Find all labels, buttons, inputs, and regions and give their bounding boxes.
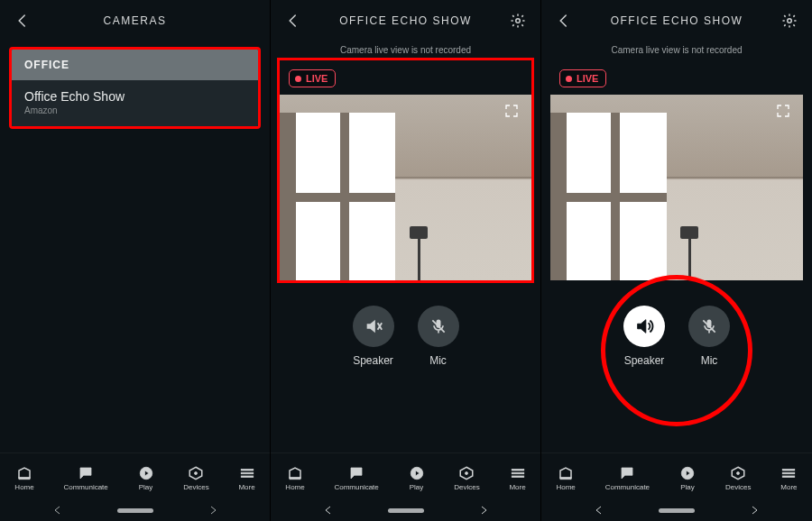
- mic-label: Mic: [429, 354, 447, 367]
- nav-label: Home: [285, 483, 304, 491]
- nav-label: Home: [556, 483, 575, 491]
- mic-label: Mic: [701, 354, 718, 367]
- nav-communicate[interactable]: Communicate: [334, 465, 378, 491]
- system-nav: [541, 499, 812, 521]
- system-nav: [271, 499, 540, 521]
- speaker-control: Speaker: [623, 306, 665, 367]
- svg-rect-16: [560, 478, 571, 480]
- svg-rect-3: [241, 470, 254, 471]
- mic-control: Mic: [418, 306, 459, 367]
- speaker-button[interactable]: [353, 306, 394, 347]
- speaker-label: Speaker: [624, 354, 665, 367]
- header: OFFICE ECHO SHOW: [271, 0, 540, 41]
- settings-icon[interactable]: [504, 0, 531, 41]
- nav-home[interactable]: Home: [556, 465, 575, 491]
- mic-control: Mic: [688, 306, 730, 367]
- system-back-icon[interactable]: [594, 505, 604, 516]
- nav-label: Devices: [454, 483, 479, 491]
- system-home-icon[interactable]: [659, 508, 695, 513]
- nav-label: Devices: [183, 483, 208, 491]
- header-title: OFFICE ECHO SHOW: [339, 14, 472, 27]
- camera-card[interactable]: OFFICE Office Echo Show Amazon: [9, 47, 261, 129]
- pane-live-view-muted: OFFICE ECHO SHOW Camera live view is not…: [271, 0, 541, 521]
- nav-home[interactable]: Home: [285, 465, 304, 491]
- svg-point-14: [788, 19, 792, 23]
- svg-rect-8: [290, 478, 300, 480]
- camera-feed[interactable]: [280, 95, 531, 280]
- system-recent-icon[interactable]: [478, 505, 489, 516]
- svg-rect-21: [783, 476, 796, 478]
- nav-communicate[interactable]: Communicate: [63, 465, 107, 491]
- svg-rect-12: [512, 472, 524, 474]
- bottom-nav: Home Communicate Play Devices More: [271, 452, 540, 499]
- nav-more[interactable]: More: [780, 465, 797, 491]
- nav-devices[interactable]: Devices: [183, 465, 208, 491]
- nav-devices[interactable]: Devices: [454, 465, 479, 491]
- speaker-button[interactable]: [623, 306, 665, 347]
- back-icon[interactable]: [9, 0, 36, 41]
- mic-button[interactable]: [688, 306, 730, 347]
- live-badge: LIVE: [559, 69, 606, 87]
- svg-rect-19: [783, 470, 796, 471]
- svg-rect-5: [241, 476, 254, 478]
- back-icon[interactable]: [280, 0, 307, 41]
- nav-label: More: [509, 483, 525, 491]
- header-title: OFFICE ECHO SHOW: [611, 14, 743, 27]
- nav-more[interactable]: More: [238, 465, 254, 491]
- system-back-icon[interactable]: [52, 505, 63, 516]
- svg-point-6: [516, 19, 521, 23]
- video-area[interactable]: LIVE: [280, 60, 531, 280]
- svg-rect-4: [241, 472, 254, 474]
- speaker-label: Speaker: [353, 354, 393, 367]
- live-badge: LIVE: [289, 69, 336, 87]
- nav-play[interactable]: Play: [138, 465, 154, 491]
- recording-notice: Camera live view is not recorded: [271, 41, 540, 60]
- system-home-icon[interactable]: [388, 508, 424, 513]
- svg-rect-13: [512, 476, 524, 478]
- nav-devices[interactable]: Devices: [725, 465, 751, 491]
- camera-item-subtitle: Amazon: [24, 105, 245, 115]
- bottom-nav: Home Communicate Play Devices More: [0, 452, 270, 499]
- speaker-control: Speaker: [353, 306, 394, 367]
- nav-play[interactable]: Play: [409, 465, 425, 491]
- video-area[interactable]: LIVE: [550, 60, 803, 280]
- recording-notice: Camera live view is not recorded: [541, 41, 812, 60]
- pane-camera-list: CAMERAS OFFICE Office Echo Show Amazon H…: [0, 0, 271, 521]
- system-recent-icon[interactable]: [749, 505, 760, 516]
- nav-label: More: [238, 483, 254, 491]
- fullscreen-icon[interactable]: [504, 104, 519, 122]
- system-nav: [0, 499, 270, 521]
- nav-more[interactable]: More: [509, 465, 525, 491]
- live-label: LIVE: [577, 73, 598, 84]
- bottom-nav: Home Communicate Play Devices More: [541, 452, 812, 499]
- header: CAMERAS: [0, 0, 270, 41]
- nav-label: Communicate: [605, 483, 650, 491]
- settings-icon[interactable]: [776, 0, 803, 41]
- svg-point-10: [466, 472, 468, 475]
- nav-label: Communicate: [334, 483, 378, 491]
- nav-label: Devices: [725, 483, 751, 491]
- nav-label: Home: [14, 483, 33, 491]
- svg-rect-11: [512, 470, 524, 471]
- nav-play[interactable]: Play: [679, 465, 696, 491]
- camera-item-title: Office Echo Show: [24, 89, 245, 104]
- back-icon[interactable]: [550, 0, 577, 41]
- nav-label: Play: [410, 483, 424, 491]
- nav-communicate[interactable]: Communicate: [605, 465, 650, 491]
- nav-label: More: [780, 483, 797, 491]
- camera-group-label: OFFICE: [12, 50, 258, 80]
- nav-label: Play: [139, 483, 153, 491]
- system-back-icon[interactable]: [323, 505, 334, 516]
- system-home-icon[interactable]: [117, 508, 153, 513]
- mic-button[interactable]: [418, 306, 459, 347]
- fullscreen-icon[interactable]: [776, 104, 790, 122]
- camera-feed[interactable]: [550, 95, 803, 280]
- svg-point-2: [195, 472, 198, 475]
- camera-list-item[interactable]: Office Echo Show Amazon: [12, 80, 258, 126]
- nav-home[interactable]: Home: [14, 465, 33, 491]
- header: OFFICE ECHO SHOW: [541, 0, 812, 41]
- nav-label: Communicate: [63, 483, 107, 491]
- header-title: CAMERAS: [104, 14, 167, 27]
- live-dot-icon: [295, 76, 301, 82]
- system-recent-icon[interactable]: [208, 505, 218, 516]
